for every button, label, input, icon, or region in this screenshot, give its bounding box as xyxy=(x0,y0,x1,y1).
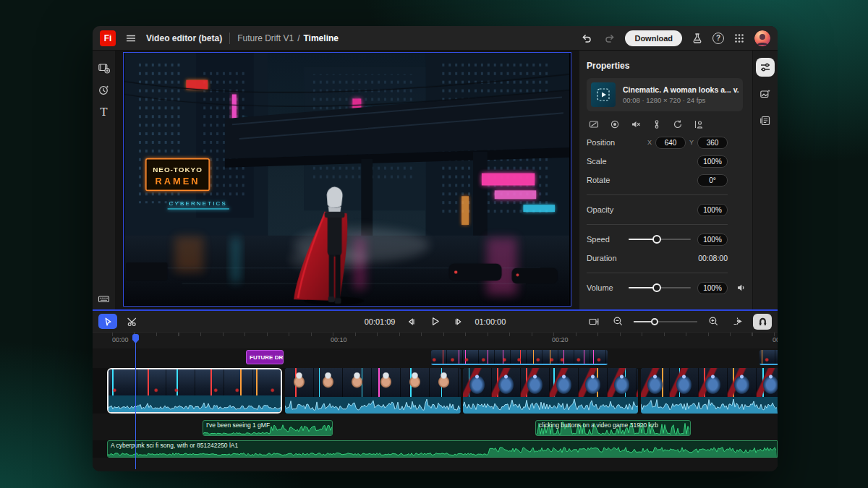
audio-mute-icon[interactable] xyxy=(630,119,642,130)
clip-thumbnail xyxy=(591,82,616,107)
retime-icon[interactable] xyxy=(651,119,663,130)
clip-meta: 00:08 · 1280 × 720 · 24 fps xyxy=(623,96,739,104)
split-at-playhead-icon[interactable] xyxy=(729,314,745,330)
apps-grid-icon[interactable] xyxy=(731,30,747,46)
scale-field[interactable]: 100% xyxy=(697,155,728,168)
ruler-label: 00:10 xyxy=(331,336,347,343)
redo-icon[interactable] xyxy=(602,30,618,46)
zoom-out-icon[interactable] xyxy=(610,314,626,330)
sfx-clip-1[interactable]: I've been seeing 1 gMF xyxy=(203,420,333,436)
timeline-zoom-slider[interactable] xyxy=(634,317,697,326)
scale-row: Scale 100% xyxy=(587,152,728,171)
position-x-field[interactable]: 640 xyxy=(655,137,686,149)
svg-text:RAMEN: RAMEN xyxy=(155,176,200,187)
selected-clip-card[interactable]: Cinematic. A woman looks a... v.ffgenvid… xyxy=(587,78,743,111)
opacity-row: Opacity 100% xyxy=(587,200,728,219)
rotate-label: Rotate xyxy=(587,176,610,184)
transport-controls: 00:01:09 01:00:00 xyxy=(365,311,506,332)
split-tool-icon[interactable] xyxy=(124,314,140,330)
position-y-field[interactable]: 360 xyxy=(697,137,728,149)
properties-tab-icon[interactable] xyxy=(756,58,775,77)
ruler-label: 00:00 xyxy=(112,336,129,343)
divider xyxy=(587,224,728,225)
rotate-row: Rotate 0° xyxy=(587,171,728,189)
breadcrumb: Future Drift V1 / Timeline xyxy=(237,33,339,43)
current-timecode: 00:01:09 xyxy=(365,317,396,326)
video-clip-4[interactable] xyxy=(641,368,778,414)
svg-text:NEO-TOKYO: NEO-TOKYO xyxy=(153,166,203,174)
duration-label: Duration xyxy=(587,254,617,262)
sfx-clip-2-label: clicking buttons on a video game 31920 k… xyxy=(539,421,658,429)
duration-row: Duration 00:08:00 xyxy=(587,249,728,267)
timeline-section: 00:01:09 01:00:00 xyxy=(93,309,778,471)
overlay-video-clip[interactable] xyxy=(431,350,608,365)
ramen-sign: NEO-TOKYO RAMEN xyxy=(146,159,209,191)
clip-tool-row xyxy=(588,119,751,130)
generate-image-icon[interactable] xyxy=(756,85,775,103)
text-tool-icon[interactable]: T xyxy=(98,106,111,119)
music-clip-label: A cyberpunk sci fi song, with or 8512422… xyxy=(111,442,238,449)
speed-slider[interactable] xyxy=(629,235,691,244)
undo-icon[interactable] xyxy=(579,30,595,46)
speed-field[interactable]: 100% xyxy=(697,234,728,246)
app-window: Fi Video editor (beta) Future Drift V1 /… xyxy=(93,26,778,471)
avatar[interactable] xyxy=(754,30,770,46)
position-row: Position X 640 Y 360 xyxy=(587,133,728,152)
opacity-label: Opacity xyxy=(587,205,613,214)
duration-value: 00:08:00 xyxy=(698,254,728,262)
right-toolbar xyxy=(752,51,778,309)
clip-title: Cinematic. A woman looks a... v.ffgenvid xyxy=(623,85,739,94)
volume-label: Volume xyxy=(587,283,613,292)
fit-frame-icon[interactable] xyxy=(588,119,600,130)
video-clip-2[interactable] xyxy=(285,368,461,414)
volume-row: Volume 100% xyxy=(587,278,728,297)
speaker-icon[interactable] xyxy=(736,283,746,293)
select-tool-button[interactable] xyxy=(98,314,117,329)
ruler-label: 00:30 xyxy=(773,336,778,343)
snap-magnet-button[interactable] xyxy=(753,314,772,330)
zoom-in-icon[interactable] xyxy=(705,314,721,330)
y-label: Y xyxy=(689,139,694,146)
title-clip[interactable]: FUTURE DRI xyxy=(246,350,284,364)
preview-area: NEO-TOKYO RAMEN CYBERNETICS xyxy=(116,51,579,309)
divider xyxy=(587,194,728,195)
fit-timeline-icon[interactable] xyxy=(586,314,602,330)
play-icon[interactable] xyxy=(427,314,443,330)
volume-field[interactable]: 100% xyxy=(697,282,728,294)
video-clip-1-selected[interactable] xyxy=(107,368,282,414)
properties-heading: Properties xyxy=(587,61,752,71)
volume-slider[interactable] xyxy=(629,283,691,292)
left-toolbar: T xyxy=(93,51,116,309)
x-label: X xyxy=(647,139,652,146)
speed-row: Speed 100% xyxy=(587,230,728,249)
properties-panel: Properties Cinematic. A woman looks a...… xyxy=(579,51,752,309)
video-clip-3[interactable] xyxy=(463,368,638,414)
timeline-tracks: FUTURE DRI xyxy=(93,348,778,471)
mask-icon[interactable] xyxy=(609,119,621,130)
video-preview[interactable]: NEO-TOKYO RAMEN CYBERNETICS xyxy=(123,52,571,307)
download-button[interactable]: Download xyxy=(625,30,682,46)
ruler-label: 00:20 xyxy=(552,336,569,343)
rotate-field[interactable]: 0° xyxy=(697,174,728,187)
firefly-logo[interactable]: Fi xyxy=(100,30,116,46)
beta-flask-icon[interactable] xyxy=(689,30,705,46)
timeline-ruler[interactable]: 00:00 00:10 00:20 00:30 xyxy=(93,333,778,348)
generation-history-icon[interactable] xyxy=(98,83,111,96)
breadcrumb-project[interactable]: Future Drift V1 xyxy=(237,33,294,43)
music-clip[interactable]: A cyberpunk sci fi song, with or 8512422… xyxy=(107,440,778,458)
notes-panel-icon[interactable] xyxy=(756,111,775,130)
add-media-icon[interactable] xyxy=(98,61,111,74)
help-icon[interactable]: ? xyxy=(712,33,724,44)
step-forward-icon[interactable] xyxy=(451,314,467,330)
reset-icon[interactable] xyxy=(672,119,684,130)
top-bar: Fi Video editor (beta) Future Drift V1 /… xyxy=(93,26,778,51)
keyboard-shortcuts-icon[interactable] xyxy=(98,292,111,305)
overlay-video-clip-partial[interactable] xyxy=(760,350,778,365)
sfx-clip-1-label: I've been seeing 1 gMF xyxy=(206,421,270,429)
sfx-clip-2[interactable]: clicking buttons on a video game 31920 k… xyxy=(535,420,691,436)
step-back-icon[interactable] xyxy=(404,314,420,330)
subject-lock-icon[interactable] xyxy=(693,119,705,130)
hamburger-menu-icon[interactable] xyxy=(123,30,139,46)
opacity-field[interactable]: 100% xyxy=(697,204,728,216)
total-duration: 01:00:00 xyxy=(475,317,506,326)
